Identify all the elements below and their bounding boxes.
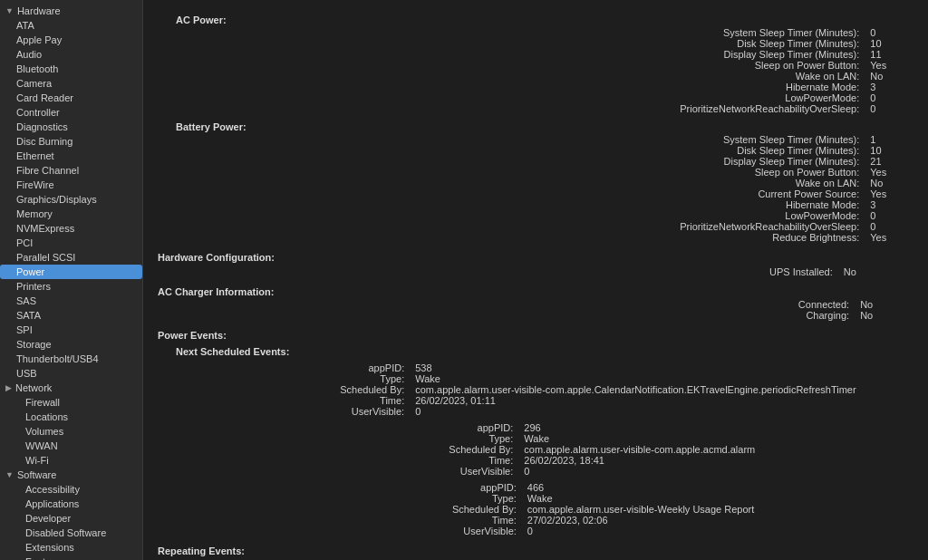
sidebar-item-volumes[interactable]: Volumes xyxy=(0,424,142,439)
field-value: Wake xyxy=(520,433,928,444)
sidebar-item-parallel-scsi[interactable]: Parallel SCSI xyxy=(0,250,142,265)
field-value: com.apple.alarm.user-visible-com.apple.C… xyxy=(411,384,928,395)
sidebar-item-controller[interactable]: Controller xyxy=(0,105,142,120)
table-row: Display Sleep Timer (Minutes):11 xyxy=(194,49,928,60)
event-table-1: appPID:296Type:WakeScheduled By:com.appl… xyxy=(194,422,928,477)
ac-charger-header: AC Charger Information: xyxy=(158,286,914,297)
field-key: appPID: xyxy=(194,422,520,433)
sidebar-item-nvmexpress[interactable]: NVMExpress xyxy=(0,221,142,236)
table-row: LowPowerMode:0 xyxy=(194,92,928,103)
field-key: appPID: xyxy=(194,482,524,493)
sidebar-item-ata[interactable]: ATA xyxy=(0,18,142,33)
table-row: Reduce Brightness:Yes xyxy=(194,232,928,243)
sidebar-item-pci[interactable]: PCI xyxy=(0,236,142,250)
sidebar-item-wi-fi[interactable]: Wi-Fi xyxy=(0,453,142,468)
sidebar-item-fibre-channel[interactable]: Fibre Channel xyxy=(0,163,142,178)
field-key: Type: xyxy=(194,433,520,444)
table-row: PrioritizeNetworkReachabilityOverSleep:0 xyxy=(194,221,928,232)
field-value: No xyxy=(856,299,928,310)
table-row: appPID:466 xyxy=(194,482,928,493)
sidebar-item-printers[interactable]: Printers xyxy=(0,279,142,294)
field-key: Time: xyxy=(194,455,520,466)
field-value: 0 xyxy=(524,526,928,536)
sidebar-item-sata[interactable]: SATA xyxy=(0,308,142,323)
field-key: Charging: xyxy=(176,310,856,321)
field-value: 0 xyxy=(866,27,928,38)
sidebar-item-ethernet[interactable]: Ethernet xyxy=(0,149,142,163)
field-key: PrioritizeNetworkReachabilityOverSleep: xyxy=(194,103,866,114)
field-key: Time: xyxy=(194,395,411,406)
table-row: Hibernate Mode:3 xyxy=(194,199,928,210)
ups-installed-value: No xyxy=(840,266,914,277)
sidebar-item-developer[interactable]: Developer xyxy=(0,511,142,526)
sidebar-item-disc-burning[interactable]: Disc Burning xyxy=(0,134,142,149)
field-value: 26/02/2023, 01:11 xyxy=(411,395,928,406)
sidebar-item-fonts[interactable]: Fonts xyxy=(0,555,142,560)
field-value: 3 xyxy=(866,199,928,210)
table-row: UserVisible:0 xyxy=(194,526,928,536)
chevron-down-icon-2: ▼ xyxy=(5,470,14,479)
sidebar-item-locations[interactable]: Locations xyxy=(0,410,142,424)
field-key: LowPowerMode: xyxy=(194,210,866,221)
scheduled-event-2: appPID:466Type:WakeScheduled By:com.appl… xyxy=(158,482,914,536)
field-value: Yes xyxy=(866,188,928,199)
sidebar-item-card-reader[interactable]: Card Reader xyxy=(0,91,142,105)
field-value: 21 xyxy=(866,156,928,167)
sidebar-item-disabled-software[interactable]: Disabled Software xyxy=(0,526,142,540)
sidebar-item-firewire[interactable]: FireWire xyxy=(0,178,142,192)
next-scheduled-header: Next Scheduled Events: xyxy=(176,346,914,357)
field-key: Type: xyxy=(194,493,524,504)
sidebar-item-apple-pay[interactable]: Apple Pay xyxy=(0,33,142,47)
field-key: System Sleep Timer (Minutes): xyxy=(194,27,866,38)
field-value: 10 xyxy=(866,145,928,156)
table-row: Display Sleep Timer (Minutes):21 xyxy=(194,156,928,167)
sidebar-item-memory[interactable]: Memory xyxy=(0,207,142,221)
sidebar-item-camera[interactable]: Camera xyxy=(0,76,142,91)
sidebar-item-storage[interactable]: Storage xyxy=(0,337,142,352)
ac-charger-table: Connected:NoCharging:No xyxy=(176,299,928,321)
table-row: Charging:No xyxy=(176,310,928,321)
field-value: Yes xyxy=(866,167,928,178)
field-key: Wake on LAN: xyxy=(194,71,866,82)
sidebar-item-audio[interactable]: Audio xyxy=(0,47,142,62)
hardware-config-header: Hardware Configuration: xyxy=(158,252,914,263)
sidebar-item-applications[interactable]: Applications xyxy=(0,497,142,511)
field-key: Wake on LAN: xyxy=(194,178,866,188)
field-key: Type: xyxy=(194,373,411,384)
field-value: 26/02/2023, 18:41 xyxy=(520,455,928,466)
events-container: appPID:538Type:WakeScheduled By:com.appl… xyxy=(158,362,914,536)
table-row: Time:26/02/2023, 18:41 xyxy=(194,455,928,466)
field-value: No xyxy=(866,71,928,82)
sidebar-item-spi[interactable]: SPI xyxy=(0,323,142,337)
table-row: appPID:538 xyxy=(194,362,928,373)
field-key: Hibernate Mode: xyxy=(194,82,866,92)
field-value: Wake xyxy=(411,373,928,384)
sidebar-item-accessibility[interactable]: Accessibility xyxy=(0,482,142,497)
sidebar-item-power[interactable]: Power xyxy=(0,265,142,279)
sidebar-item-diagnostics[interactable]: Diagnostics xyxy=(0,120,142,134)
sidebar-item-bluetooth[interactable]: Bluetooth xyxy=(0,62,142,76)
table-row: PrioritizeNetworkReachabilityOverSleep:0 xyxy=(194,103,928,114)
sidebar-item-thunderbolt-usb4[interactable]: Thunderbolt/USB4 xyxy=(0,352,142,366)
sidebar-group-software[interactable]: ▼ Software xyxy=(0,468,142,482)
sidebar-group-network[interactable]: ▶ Network xyxy=(0,381,142,395)
sidebar-item-graphics-displays[interactable]: Graphics/Displays xyxy=(0,192,142,207)
sidebar-item-extensions[interactable]: Extensions xyxy=(0,540,142,555)
event-table-0: appPID:538Type:WakeScheduled By:com.appl… xyxy=(194,362,928,417)
table-row: UPS Installed: No xyxy=(172,266,914,277)
sidebar-item-sas[interactable]: SAS xyxy=(0,294,142,308)
field-key: LowPowerMode: xyxy=(194,92,866,103)
field-key: Reduce Brightness: xyxy=(194,232,866,243)
sidebar-item-firewall[interactable]: Firewall xyxy=(0,395,142,410)
table-row: Disk Sleep Timer (Minutes):10 xyxy=(194,38,928,49)
field-key: UserVisible: xyxy=(194,466,520,477)
sidebar-software-items: AccessibilityApplicationsDeveloperDisabl… xyxy=(0,482,142,560)
field-value: 538 xyxy=(411,362,928,373)
sidebar-item-usb[interactable]: USB xyxy=(0,366,142,381)
sidebar-group-hardware[interactable]: ▼ Hardware xyxy=(0,4,142,18)
table-row: UserVisible:0 xyxy=(194,466,928,477)
table-row: Time:26/02/2023, 01:11 xyxy=(194,395,928,406)
sidebar-item-wwan[interactable]: WWAN xyxy=(0,439,142,453)
field-value: 0 xyxy=(866,221,928,232)
scheduled-event-1: appPID:296Type:WakeScheduled By:com.appl… xyxy=(158,422,914,477)
